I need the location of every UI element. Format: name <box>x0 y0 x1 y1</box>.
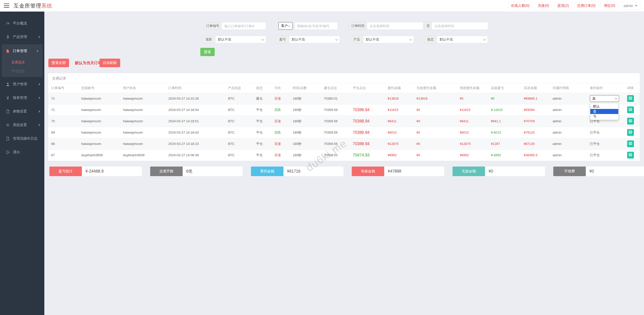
cell-close_point: 70474.93 <box>350 149 385 161</box>
search-button[interactable]: 搜索 <box>200 48 215 56</box>
detail-button[interactable] <box>627 140 634 147</box>
cell-actual_pl: ¥-6992 <box>488 149 521 161</box>
sidebar-item-overview[interactable]: 平台概况 <box>0 17 44 30</box>
cell-value: ¥6992 <box>388 153 397 157</box>
status-select[interactable]: 默认不选 <box>437 36 488 43</box>
cell-product: BTC <box>225 127 253 138</box>
product-select[interactable]: 默认不选 <box>363 36 414 43</box>
auto-refresh-button[interactable]: 自动刷新 <box>100 59 120 67</box>
cell-direction: 买跌 <box>271 104 290 115</box>
cell-invalid_entrust: ¥13818 <box>413 93 457 104</box>
search-all-button[interactable]: 搜索全部 <box>48 59 69 67</box>
cell-actual_pl: ¥-8010 <box>488 127 521 138</box>
cell-direction: 买涨 <box>271 115 290 127</box>
cell-product: BTC <box>225 93 253 104</box>
summary-bar: 盈亏统计¥-24488.9交易手数6笔委托金额¥61716有效金额¥47898无… <box>49 167 644 176</box>
sidebar-item-orders[interactable]: 订单管理 <box>2 44 43 58</box>
toplink-online-count[interactable]: 在线人数(0) <box>508 2 532 10</box>
dropdown-option[interactable]: 默认 <box>590 104 618 109</box>
toplink-trade-orders[interactable]: 交易订单(0) <box>574 2 599 10</box>
cell-value: 70388.94 <box>353 142 370 146</box>
hamburger-icon[interactable] <box>4 3 10 8</box>
toplink-bind[interactable]: 绑定(0) <box>601 2 618 10</box>
cell-invalid_entrust: ¥0 <box>413 138 457 149</box>
cell-time: 2024-03-27 14:18:54 <box>165 104 225 115</box>
summary-value: ¥0 <box>485 167 545 176</box>
list-icon <box>628 130 632 135</box>
filter-profit: 盈亏 默认不选 <box>276 36 340 43</box>
summary-label: 交易手数 <box>150 167 183 176</box>
cell-time: 2024-03-27 14:18:51 <box>165 115 225 127</box>
summary-value: ¥-24488.9 <box>82 167 142 176</box>
cell-agent: admin <box>550 149 587 161</box>
cell-actual_pl: ¥841.1 <box>488 115 521 127</box>
cell-agent: admin <box>550 138 587 149</box>
detail-button[interactable] <box>627 95 634 102</box>
sidebar-item-label: 参数设置 <box>13 109 27 114</box>
order-control-select[interactable]: 盈 <box>590 95 619 102</box>
file-icon <box>6 137 10 141</box>
cell-agent: admin <box>550 104 587 115</box>
sidebar-item-admin-log[interactable]: 管理员操作日志 <box>0 132 44 145</box>
chevron-down-icon <box>288 24 291 27</box>
time-start-input[interactable] <box>367 22 423 30</box>
profit-select[interactable]: 默认不选 <box>289 36 340 43</box>
time-end-input[interactable] <box>432 22 488 30</box>
cell-account: haiwaiymcom <box>78 104 120 115</box>
cell-name: haiwaiymcom <box>120 104 165 115</box>
toplink-recharge[interactable]: 充值(0) <box>535 2 552 10</box>
toplink-withdraw[interactable]: 提现(2) <box>554 2 572 10</box>
sidebar-item-params[interactable]: 参数设置 <box>0 105 44 118</box>
sidebar-item-label: 管理员操作日志 <box>13 136 38 141</box>
filter-order-time-start: 订单时间 <box>349 22 423 30</box>
sidebar-item-users[interactable]: 用户管理 <box>0 77 44 91</box>
sidebar-subitem-close-log[interactable]: 平仓日志 <box>2 67 43 75</box>
order-icon <box>6 49 10 53</box>
chevron-down-icon <box>409 38 412 41</box>
cell-id: 70 <box>48 115 78 127</box>
cell-direction: 买涨 <box>271 149 290 161</box>
customer-search-input[interactable] <box>295 22 338 30</box>
cell-value: ¥87130 <box>524 142 535 146</box>
sidebar-item-logout[interactable]: 退出 <box>0 145 44 159</box>
detail-button[interactable] <box>627 152 634 159</box>
column-header: 详情 <box>624 83 640 93</box>
updown-select[interactable]: 默认不选 <box>215 36 266 43</box>
sidebar-item-system[interactable]: 系统设置 <box>0 118 44 132</box>
admin-menu[interactable]: admin <box>621 2 640 10</box>
order-no-input[interactable] <box>222 22 266 30</box>
customer-type-select[interactable]: 客户 <box>278 22 293 30</box>
summary-value: ¥47898 <box>384 167 444 176</box>
sidebar-item-label: 产品管理 <box>13 35 27 39</box>
table-row: 72haiwaiymcomhaiwaiymcom2024-03-27 14:22… <box>48 93 640 104</box>
yen-icon <box>6 96 10 100</box>
cell-agent: admin <box>550 93 587 104</box>
cell-after_balance: ¥70709 <box>521 115 550 127</box>
sidebar-item-reports[interactable]: 报表管理 <box>0 91 44 105</box>
cell-duration: 180秒 <box>290 138 321 149</box>
summary-fee: 手续费¥0 <box>553 167 644 176</box>
top-bar: 互金所管理系统 在线人数(0)充值(0)提现(2)交易订单(0)绑定(0) ad… <box>0 0 644 12</box>
detail-button[interactable] <box>627 129 634 136</box>
cell-name: haiwaiymcom <box>120 138 165 149</box>
detail-button[interactable] <box>627 118 634 125</box>
status-value: 默认不选 <box>440 37 453 42</box>
cell-entrust_balance: ¥8010 <box>385 127 413 138</box>
cell-open_point: 70380.01 <box>321 93 350 104</box>
chevron-right-icon <box>39 97 40 99</box>
table-row: 70haiwaiymcomhaiwaiymcom2024-03-27 14:18… <box>48 115 640 127</box>
sidebar-subitem-trade-flow[interactable]: 交易流水 <box>2 58 43 67</box>
cell-value: ¥69685.1 <box>524 97 537 100</box>
sidebar-item-label: 系统设置 <box>13 123 27 127</box>
cell-duration: 180秒 <box>290 104 321 115</box>
cell-value: ¥0 <box>416 119 420 123</box>
summary-label: 无效金额 <box>453 167 485 176</box>
cell-valid_entrust: ¥11615 <box>457 104 488 115</box>
cell-name: haiwaiymcom <box>120 127 165 138</box>
detail-button[interactable] <box>627 106 634 113</box>
column-header: 用户姓名 <box>120 83 165 93</box>
sidebar-item-products[interactable]: 产品管理 <box>0 30 44 44</box>
dropdown-option[interactable]: 亏 <box>590 114 618 119</box>
to-label: 至 <box>425 22 432 30</box>
dropdown-option[interactable]: 盈 <box>590 109 618 114</box>
